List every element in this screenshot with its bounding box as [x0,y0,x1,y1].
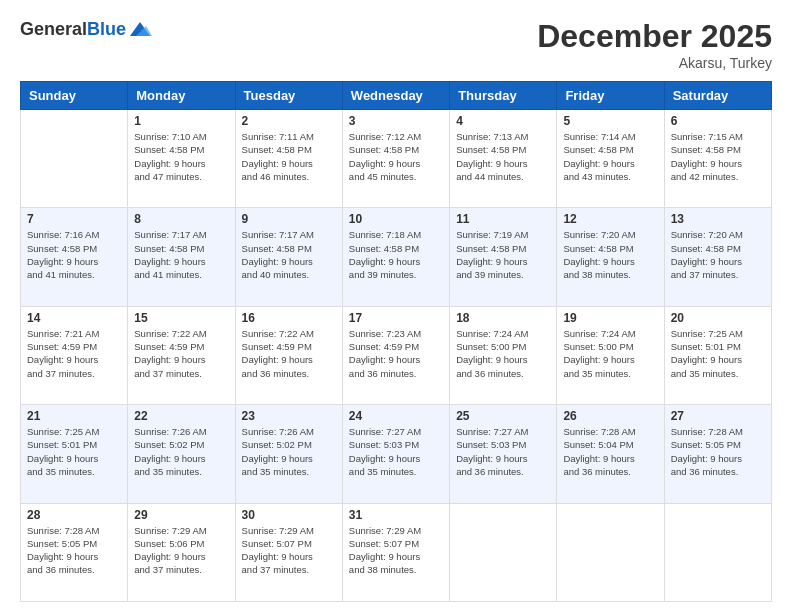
calendar-cell: 14Sunrise: 7:21 AMSunset: 4:59 PMDayligh… [21,306,128,404]
calendar-table: SundayMondayTuesdayWednesdayThursdayFrid… [20,81,772,602]
day-info: Sunrise: 7:19 AMSunset: 4:58 PMDaylight:… [456,228,550,281]
calendar-cell [664,503,771,601]
day-number: 20 [671,311,765,325]
logo-icon [128,18,152,42]
calendar-cell: 12Sunrise: 7:20 AMSunset: 4:58 PMDayligh… [557,208,664,306]
day-number: 18 [456,311,550,325]
calendar-cell: 2Sunrise: 7:11 AMSunset: 4:58 PMDaylight… [235,110,342,208]
day-number: 25 [456,409,550,423]
day-info: Sunrise: 7:20 AMSunset: 4:58 PMDaylight:… [671,228,765,281]
calendar-cell: 11Sunrise: 7:19 AMSunset: 4:58 PMDayligh… [450,208,557,306]
logo-general: General [20,19,87,39]
calendar-cell: 15Sunrise: 7:22 AMSunset: 4:59 PMDayligh… [128,306,235,404]
day-info: Sunrise: 7:13 AMSunset: 4:58 PMDaylight:… [456,130,550,183]
calendar-cell: 9Sunrise: 7:17 AMSunset: 4:58 PMDaylight… [235,208,342,306]
day-info: Sunrise: 7:22 AMSunset: 4:59 PMDaylight:… [134,327,228,380]
subtitle: Akarsu, Turkey [537,55,772,71]
day-number: 13 [671,212,765,226]
week-row-1: 1Sunrise: 7:10 AMSunset: 4:58 PMDaylight… [21,110,772,208]
day-info: Sunrise: 7:16 AMSunset: 4:58 PMDaylight:… [27,228,121,281]
day-info: Sunrise: 7:26 AMSunset: 5:02 PMDaylight:… [242,425,336,478]
day-number: 5 [563,114,657,128]
calendar-cell: 19Sunrise: 7:24 AMSunset: 5:00 PMDayligh… [557,306,664,404]
calendar-cell: 31Sunrise: 7:29 AMSunset: 5:07 PMDayligh… [342,503,449,601]
day-info: Sunrise: 7:25 AMSunset: 5:01 PMDaylight:… [671,327,765,380]
day-info: Sunrise: 7:20 AMSunset: 4:58 PMDaylight:… [563,228,657,281]
calendar-cell: 21Sunrise: 7:25 AMSunset: 5:01 PMDayligh… [21,405,128,503]
calendar-cell: 1Sunrise: 7:10 AMSunset: 4:58 PMDaylight… [128,110,235,208]
weekday-header-saturday: Saturday [664,82,771,110]
calendar-cell: 8Sunrise: 7:17 AMSunset: 4:58 PMDaylight… [128,208,235,306]
page: GeneralBlue December 2025 Akarsu, Turkey… [0,0,792,612]
logo-blue: Blue [87,19,126,39]
day-number: 12 [563,212,657,226]
day-number: 17 [349,311,443,325]
day-info: Sunrise: 7:22 AMSunset: 4:59 PMDaylight:… [242,327,336,380]
day-number: 21 [27,409,121,423]
week-row-5: 28Sunrise: 7:28 AMSunset: 5:05 PMDayligh… [21,503,772,601]
day-number: 3 [349,114,443,128]
calendar-cell: 4Sunrise: 7:13 AMSunset: 4:58 PMDaylight… [450,110,557,208]
weekday-header-sunday: Sunday [21,82,128,110]
day-number: 26 [563,409,657,423]
day-info: Sunrise: 7:25 AMSunset: 5:01 PMDaylight:… [27,425,121,478]
day-info: Sunrise: 7:18 AMSunset: 4:58 PMDaylight:… [349,228,443,281]
header: GeneralBlue December 2025 Akarsu, Turkey [20,18,772,71]
day-number: 19 [563,311,657,325]
weekday-header-tuesday: Tuesday [235,82,342,110]
day-number: 23 [242,409,336,423]
weekday-header-friday: Friday [557,82,664,110]
day-number: 2 [242,114,336,128]
day-info: Sunrise: 7:28 AMSunset: 5:04 PMDaylight:… [563,425,657,478]
day-info: Sunrise: 7:28 AMSunset: 5:05 PMDaylight:… [671,425,765,478]
day-info: Sunrise: 7:24 AMSunset: 5:00 PMDaylight:… [456,327,550,380]
day-info: Sunrise: 7:29 AMSunset: 5:07 PMDaylight:… [349,524,443,577]
calendar-cell: 16Sunrise: 7:22 AMSunset: 4:59 PMDayligh… [235,306,342,404]
day-info: Sunrise: 7:28 AMSunset: 5:05 PMDaylight:… [27,524,121,577]
day-number: 10 [349,212,443,226]
day-number: 8 [134,212,228,226]
calendar-cell [557,503,664,601]
day-number: 22 [134,409,228,423]
day-number: 1 [134,114,228,128]
day-info: Sunrise: 7:27 AMSunset: 5:03 PMDaylight:… [349,425,443,478]
calendar-cell: 3Sunrise: 7:12 AMSunset: 4:58 PMDaylight… [342,110,449,208]
calendar-cell: 18Sunrise: 7:24 AMSunset: 5:00 PMDayligh… [450,306,557,404]
day-info: Sunrise: 7:24 AMSunset: 5:00 PMDaylight:… [563,327,657,380]
weekday-header-thursday: Thursday [450,82,557,110]
day-info: Sunrise: 7:17 AMSunset: 4:58 PMDaylight:… [242,228,336,281]
calendar-cell: 13Sunrise: 7:20 AMSunset: 4:58 PMDayligh… [664,208,771,306]
weekday-header-monday: Monday [128,82,235,110]
day-number: 29 [134,508,228,522]
day-number: 11 [456,212,550,226]
logo: GeneralBlue [20,18,152,42]
calendar-cell: 27Sunrise: 7:28 AMSunset: 5:05 PMDayligh… [664,405,771,503]
day-number: 27 [671,409,765,423]
day-info: Sunrise: 7:17 AMSunset: 4:58 PMDaylight:… [134,228,228,281]
calendar-cell: 10Sunrise: 7:18 AMSunset: 4:58 PMDayligh… [342,208,449,306]
day-info: Sunrise: 7:21 AMSunset: 4:59 PMDaylight:… [27,327,121,380]
day-info: Sunrise: 7:29 AMSunset: 5:07 PMDaylight:… [242,524,336,577]
day-info: Sunrise: 7:23 AMSunset: 4:59 PMDaylight:… [349,327,443,380]
calendar-cell: 25Sunrise: 7:27 AMSunset: 5:03 PMDayligh… [450,405,557,503]
weekday-header-row: SundayMondayTuesdayWednesdayThursdayFrid… [21,82,772,110]
calendar-cell: 6Sunrise: 7:15 AMSunset: 4:58 PMDaylight… [664,110,771,208]
day-info: Sunrise: 7:27 AMSunset: 5:03 PMDaylight:… [456,425,550,478]
calendar-cell: 29Sunrise: 7:29 AMSunset: 5:06 PMDayligh… [128,503,235,601]
calendar-cell: 26Sunrise: 7:28 AMSunset: 5:04 PMDayligh… [557,405,664,503]
calendar-cell: 7Sunrise: 7:16 AMSunset: 4:58 PMDaylight… [21,208,128,306]
day-number: 6 [671,114,765,128]
title-section: December 2025 Akarsu, Turkey [537,18,772,71]
day-number: 24 [349,409,443,423]
day-info: Sunrise: 7:15 AMSunset: 4:58 PMDaylight:… [671,130,765,183]
calendar-cell [450,503,557,601]
weekday-header-wednesday: Wednesday [342,82,449,110]
calendar-cell: 17Sunrise: 7:23 AMSunset: 4:59 PMDayligh… [342,306,449,404]
day-number: 30 [242,508,336,522]
day-number: 31 [349,508,443,522]
calendar-cell: 23Sunrise: 7:26 AMSunset: 5:02 PMDayligh… [235,405,342,503]
week-row-3: 14Sunrise: 7:21 AMSunset: 4:59 PMDayligh… [21,306,772,404]
week-row-4: 21Sunrise: 7:25 AMSunset: 5:01 PMDayligh… [21,405,772,503]
calendar-cell: 20Sunrise: 7:25 AMSunset: 5:01 PMDayligh… [664,306,771,404]
calendar-cell: 22Sunrise: 7:26 AMSunset: 5:02 PMDayligh… [128,405,235,503]
